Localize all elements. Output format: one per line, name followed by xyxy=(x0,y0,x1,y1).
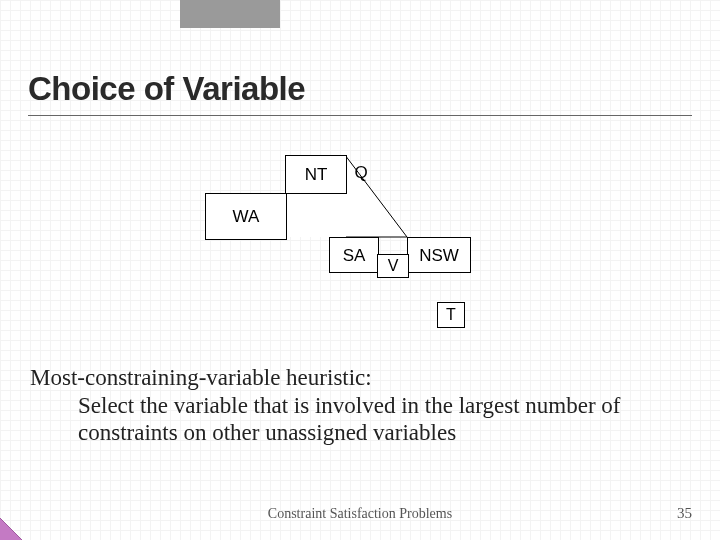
region-t: T xyxy=(437,302,465,328)
region-wa-label: WA xyxy=(206,194,286,239)
region-nsw: NSW xyxy=(407,237,471,273)
title-accent-bar xyxy=(180,0,280,28)
region-wa: WA xyxy=(205,193,287,240)
corner-fold-icon xyxy=(0,518,22,540)
region-nsw-label: NSW xyxy=(408,238,470,272)
slide-title: Choice of Variable xyxy=(28,72,692,116)
body-lead: Most-constraining-variable heuristic: xyxy=(30,365,372,390)
page-number: 35 xyxy=(677,505,692,522)
region-nt: NT xyxy=(285,155,347,194)
region-sa: SA xyxy=(329,237,379,273)
region-sa-label: SA xyxy=(330,238,378,272)
body-paragraph: Most-constraining-variable heuristic: Se… xyxy=(30,364,690,447)
region-nt-lower xyxy=(286,193,346,237)
footer-text: Constraint Satisfaction Problems xyxy=(0,506,720,522)
region-q-label: Q xyxy=(346,163,376,183)
body-rest: Select the variable that is involved in … xyxy=(30,392,690,447)
region-v: V xyxy=(377,254,409,278)
region-v-label: V xyxy=(378,255,408,277)
region-nt-label: NT xyxy=(286,156,346,193)
region-t-label: T xyxy=(438,303,464,327)
